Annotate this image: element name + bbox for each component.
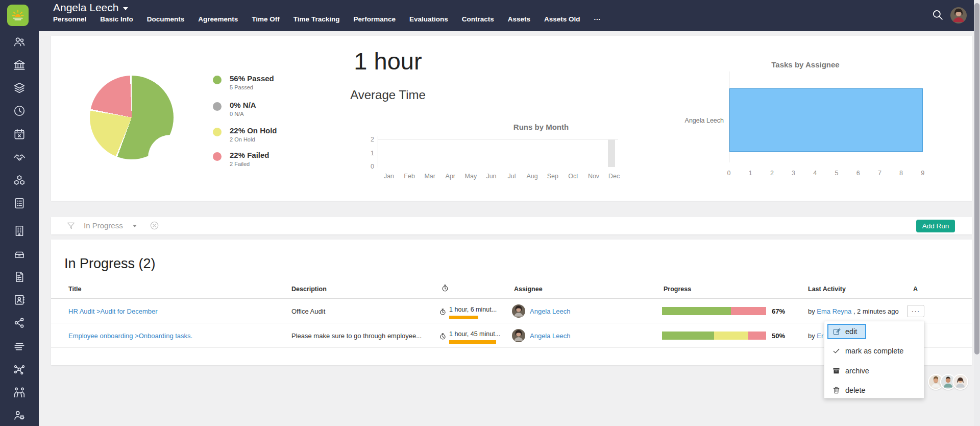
edit-icon — [832, 327, 841, 336]
filter-funnel-icon[interactable] — [66, 221, 76, 230]
organization-icon[interactable] — [13, 58, 26, 72]
layers-icon[interactable] — [13, 81, 26, 94]
legend-count: 2 Failed — [230, 161, 250, 167]
table-row: HR Audit >Audit for DecemberOffice Audit… — [51, 299, 972, 323]
scrollbar-thumb[interactable] — [974, 3, 979, 354]
nav-item-time-tracking[interactable]: Time Tracking — [293, 15, 340, 23]
status-donut-chart — [90, 76, 174, 159]
progress-segment-2 — [748, 332, 766, 340]
top-bar: Angela Leech PersonnelBasic InfoDocument… — [0, 0, 980, 31]
run-title: HR Audit >Audit for December — [68, 307, 158, 315]
average-time-label: Average Time — [316, 88, 459, 102]
admin-settings-icon[interactable] — [13, 409, 26, 422]
menu-lines-icon[interactable] — [13, 340, 26, 353]
run-title: Employee onboarding >Onboarding tasks. — [68, 332, 192, 340]
nav-item-[interactable]: ··· — [594, 15, 601, 23]
progress-segment-1 — [731, 307, 766, 315]
runs-ytick-0: 0 — [361, 163, 374, 170]
activity-user-link[interactable]: Ema Reyna — [817, 307, 851, 315]
nav-item-time-off[interactable]: Time Off — [252, 15, 280, 23]
nav-item-basic-info[interactable]: Basic Info — [100, 15, 133, 23]
filter-value[interactable]: In Progress — [84, 221, 123, 230]
search-icon[interactable] — [931, 8, 944, 21]
progress-segment-0 — [662, 332, 714, 340]
legend-count: 5 Passed — [230, 84, 253, 90]
top-navigation: PersonnelBasic InfoDocumentsAgreementsTi… — [53, 15, 601, 23]
column-header-title: Title — [68, 286, 81, 293]
assignee-link[interactable]: Angela Leech — [530, 307, 571, 315]
employee-avatar-3[interactable] — [952, 374, 968, 390]
calendar-absence-icon[interactable] — [13, 128, 26, 141]
runs-bar-dec — [608, 139, 615, 167]
filter-bar: In Progress Add Run — [51, 217, 972, 234]
column-header-last-activity: Last Activity — [808, 286, 846, 293]
nav-item-contracts[interactable]: Contracts — [462, 15, 494, 23]
menu-item-mark-as-complete[interactable]: mark as complete — [824, 342, 925, 360]
runs-month-oct: Oct — [563, 173, 583, 180]
progress-percent: 50% — [772, 332, 785, 340]
menu-item-label: delete — [845, 386, 866, 394]
run-link[interactable]: Onboarding tasks. — [139, 332, 193, 340]
runs-month-jan: Jan — [379, 173, 399, 180]
nav-item-evaluations[interactable]: Evaluations — [409, 15, 448, 23]
nav-item-assets[interactable]: Assets — [508, 15, 530, 23]
storage-icon[interactable] — [13, 247, 26, 261]
network-icon[interactable] — [13, 363, 26, 376]
assignee-link[interactable]: Angela Leech — [530, 332, 571, 340]
runs-month-aug: Aug — [522, 173, 543, 180]
nav-item-documents[interactable]: Documents — [147, 15, 185, 23]
user-avatar[interactable] — [950, 7, 967, 23]
filter-dropdown-caret[interactable] — [133, 225, 137, 227]
modules-icon[interactable] — [13, 174, 26, 187]
runs-y-axis — [378, 136, 378, 168]
legend-bullet — [213, 76, 222, 84]
clock-icon[interactable] — [13, 104, 26, 117]
share-icon[interactable] — [13, 316, 26, 329]
document-icon[interactable] — [13, 270, 26, 283]
row-more-actions-button[interactable]: ··· — [907, 305, 924, 317]
team-icon[interactable] — [13, 35, 26, 49]
run-duration: 1 hour, 45 minut... — [449, 330, 500, 338]
filter-clear-icon[interactable] — [150, 221, 159, 230]
handshake-icon[interactable] — [13, 151, 26, 164]
list-heading: In Progress (2) — [64, 256, 156, 272]
nav-item-personnel[interactable]: Personnel — [53, 15, 86, 23]
app-logo[interactable] — [7, 5, 29, 26]
stopwatch-icon — [439, 308, 447, 316]
nav-item-performance[interactable]: Performance — [353, 15, 396, 23]
collaboration-icon[interactable] — [13, 386, 26, 399]
run-duration: 1 hour, 6 minut... — [449, 306, 497, 313]
duration-bar — [449, 316, 478, 319]
tasks-xtick-3: 3 — [786, 170, 801, 177]
page-title[interactable]: Angela Leech — [53, 2, 128, 14]
contacts-icon[interactable] — [13, 293, 26, 306]
checklist-icon[interactable] — [13, 197, 26, 210]
activity-user-link[interactable]: Er — [817, 332, 823, 340]
menu-item-edit[interactable]: edit — [827, 324, 866, 339]
runs-ytick-2: 2 — [361, 136, 374, 143]
progress-bar — [662, 332, 766, 340]
nav-item-agreements[interactable]: Agreements — [198, 15, 238, 23]
menu-item-archive[interactable]: archive — [824, 362, 925, 380]
tasks-xtick-4: 4 — [807, 170, 823, 177]
sunrise-icon — [10, 8, 26, 23]
column-header-a: A — [913, 286, 918, 293]
run-parent-link[interactable]: HR Audit — [68, 307, 94, 315]
run-link[interactable]: Audit for December — [101, 307, 158, 315]
nav-item-assets-old[interactable]: Assets Old — [544, 15, 580, 23]
add-run-button[interactable]: Add Run — [916, 220, 955, 232]
tasks-xtick-9: 9 — [915, 170, 930, 177]
runs-month-dec: Dec — [604, 173, 624, 180]
timer-column-icon — [441, 284, 449, 292]
run-parent-link[interactable]: Employee onboarding — [68, 332, 133, 340]
menu-item-delete[interactable]: delete — [824, 382, 925, 399]
company-icon[interactable] — [13, 224, 26, 238]
legend-item-2: 22% On Hold 2 On Hold — [213, 126, 300, 147]
tasks-bar-angela-leech — [729, 88, 923, 152]
menu-item-label: archive — [845, 367, 869, 375]
legend-bullet — [213, 152, 222, 161]
employee-name: Angela Leech — [53, 2, 118, 14]
scrollbar-track[interactable] — [974, 0, 980, 426]
average-time-value: 1 hour — [316, 47, 459, 75]
runs-month-nov: Nov — [583, 173, 604, 180]
